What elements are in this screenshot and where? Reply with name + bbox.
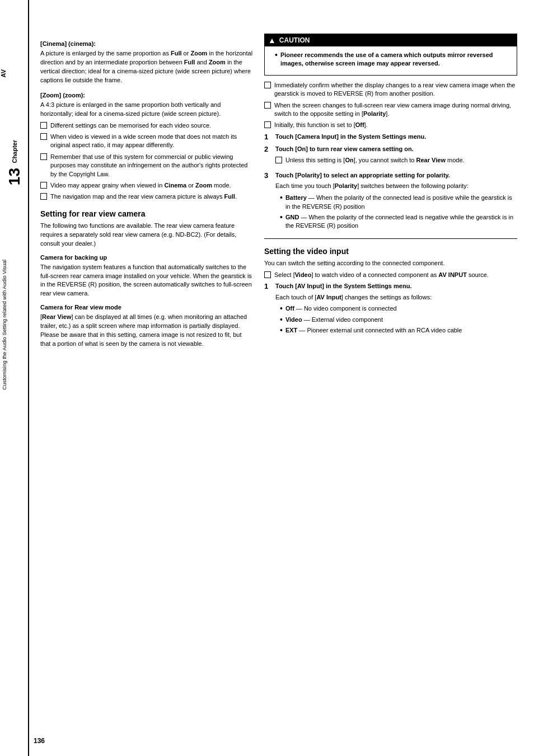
step2-number: 2 [264,145,272,153]
step3-bullet2: • GND — When the polarity of the connect… [275,213,517,231]
step2-check-text: Unless this setting is [On], you cannot … [285,156,465,165]
caution-triangle-icon: ▲ [268,36,276,45]
vstep1-bullet1: • Off — No video component is connected [275,304,517,313]
camera-rear-p1: [Rear View] can be displayed at all time… [40,313,253,349]
camera-backing-p1: The navigation system features a functio… [40,263,253,299]
zoom-check1: Different settings can be memorised for … [40,121,253,130]
checkbox-icon-r1 [264,82,271,88]
right-check1: Immediately confirm whether the display … [264,81,517,98]
vstep1-number: 1 [264,282,272,290]
page: AV Chapter 13 Customising the Audio Sett… [0,0,534,756]
vstep1-sub: Each touch of [AV Input] changes the set… [275,293,517,302]
cinema-heading: [Cinema] (cinema): [40,40,253,47]
caution-content: Pioneer recommends the use of a camera w… [280,51,511,68]
section-heading: Setting for rear view camera [40,209,253,218]
right-column: ▲ CAUTION • Pioneer recommends the use o… [264,34,517,739]
sidebar-av-label: AV [0,67,29,79]
vbullet2-dot: • [280,316,283,323]
zoom-check5: The navigation map and the rear view cam… [40,192,253,201]
vstep1: 1 Touch [AV Input] in the System Setting… [264,282,517,337]
right-check3: Initially, this function is set to [Off]… [264,121,517,129]
caution-header: ▲ CAUTION [265,34,517,46]
caution-box: ▲ CAUTION • Pioneer recommends the use o… [264,34,517,76]
section-divider [264,238,517,239]
video-heading: Setting the video input [264,247,517,256]
step2: 2 Touch [On] to turn rear view camera se… [264,145,517,167]
vbullet1-dot: • [280,304,283,312]
sidebar: AV Chapter 13 Customising the Audio Sett… [0,0,29,756]
caution-text: • Pioneer recommends the use of a camera… [270,51,511,68]
sidebar-chapter-number: 13 [6,168,24,185]
zoom-check4-text: Video may appear grainy when viewed in C… [50,181,231,190]
checkbox-icon-2 [40,133,47,140]
zoom-check4: Video may appear grainy when viewed in C… [40,181,253,190]
vstep1-bullet2: • Video — External video component [275,316,517,324]
bullet1-text: Battery — When the polarity of the conne… [285,194,517,211]
right-check2: When the screen changes to full-screen r… [264,101,517,119]
step1: 1 Touch [Camera Input] in the System Set… [264,133,517,141]
vbullet3-dot: • [280,326,283,334]
vbullet1-text: Off — No video component is connected [285,304,397,313]
sidebar-chapter-label: Chapter [11,140,18,163]
vstep1-bullet3: • EXT — Pioneer external unit connected … [275,326,517,335]
checkbox-icon-r3 [264,121,271,128]
caution-label: CAUTION [279,36,310,44]
step3-bullet1: • Battery — When the polarity of the con… [275,194,517,211]
camera-rear-heading: Camera for Rear view mode [40,304,253,311]
bullet2-dot: • [280,213,283,221]
right-check2-text: When the screen changes to full-screen r… [274,101,517,119]
step3-content: Touch [Polarity] to select an appropriat… [275,171,517,233]
bullet1-dot: • [280,194,283,201]
zoom-p1: A 4:3 picture is enlarged in the same pr… [40,101,253,119]
step2-check: Unless this setting is [On], you cannot … [275,156,517,165]
video-check: Select [Video] to watch video of a conne… [264,271,517,279]
section-p1: The following two functions are availabl… [40,222,253,248]
sidebar-chapter: Chapter 13 [0,140,29,185]
checkbox-icon-5 [40,193,47,200]
zoom-check3: Remember that use of this system for com… [40,153,253,179]
sidebar-customising-label: Customising the Audio Setting related wi… [0,257,29,392]
checkbox-icon-v1 [264,271,271,278]
step1-number: 1 [264,133,272,141]
zoom-heading: [Zoom] (zoom): [40,92,253,98]
checkbox-icon-4 [40,182,47,189]
checkbox-icon-s2 [275,157,282,163]
vbullet3-text: EXT — Pioneer external unit connected wi… [285,326,462,335]
camera-backing-heading: Camera for backing up [40,254,253,261]
checkbox-icon-r2 [264,102,271,109]
cinema-p1: A picture is enlarged by the same propor… [40,49,253,85]
video-check-text: Select [Video] to watch video of a conne… [274,271,489,279]
step3: 3 Touch [Polarity] to select an appropri… [264,171,517,233]
caution-bullet: • [275,51,278,59]
bullet2-text: GND — When the polarity of the connected… [285,213,517,231]
zoom-check2: When video is viewed in a wide screen mo… [40,133,253,150]
vbullet2-text: Video — External video component [285,316,383,324]
checkbox-icon-3 [40,153,47,160]
checkbox-icon-1 [40,122,47,129]
step1-content: Touch [Camera Input] in the System Setti… [275,133,517,141]
page-number: 136 [34,737,45,745]
step3-sub: Each time you touch [Polarity] switches … [275,182,517,191]
left-column: [Cinema] (cinema): A picture is enlarged… [40,34,253,739]
step3-number: 3 [264,171,272,180]
main-content: [Cinema] (cinema): A picture is enlarged… [29,0,534,756]
step2-content: Touch [On] to turn rear view camera sett… [275,145,517,167]
right-check3-text: Initially, this function is set to [Off]… [274,121,368,129]
video-p1: You can switch the setting according to … [264,259,517,268]
vstep1-content: Touch [AV Input] in the System Settings … [275,282,517,337]
zoom-check5-text: The navigation map and the rear view cam… [50,192,237,201]
